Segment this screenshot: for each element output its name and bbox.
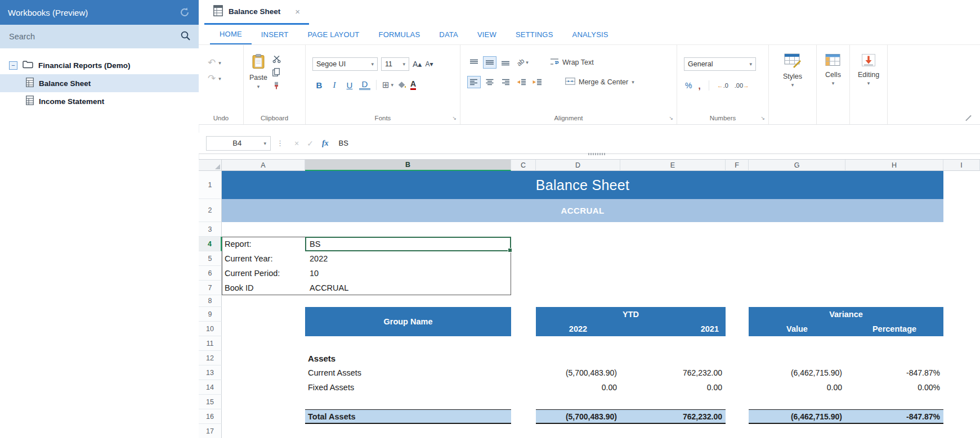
number-format-select[interactable]: General ▾: [684, 57, 756, 71]
decrease-font-icon[interactable]: A▾: [425, 60, 433, 68]
ribbon-tab-settings[interactable]: SETTINGS: [506, 25, 563, 44]
comma-style-icon[interactable]: ,: [698, 81, 700, 91]
book-id-label-cell[interactable]: Book ID: [222, 281, 305, 295]
search-input[interactable]: [8, 31, 180, 42]
numbers-dialog-launcher-icon[interactable]: ↘: [760, 115, 765, 121]
column-header-d[interactable]: D: [536, 160, 620, 171]
data-cell[interactable]: 762,232.00: [620, 365, 726, 380]
current-year-value-cell[interactable]: 2022: [305, 251, 511, 266]
formula-input[interactable]: BS: [339, 139, 348, 147]
redo-button[interactable]: ↷ ▾: [208, 74, 243, 83]
row-header-9[interactable]: 9: [199, 307, 222, 322]
ribbon-tab-analysis[interactable]: ANALYSIS: [563, 25, 618, 44]
report-value-cell[interactable]: BS: [305, 237, 511, 251]
row-header-1[interactable]: 1: [199, 171, 222, 199]
collapse-ribbon-icon[interactable]: [965, 115, 972, 121]
merge-center-button[interactable]: Merge & Center ▾: [565, 77, 634, 87]
search-bar[interactable]: [0, 25, 199, 48]
fonts-dialog-launcher-icon[interactable]: ↘: [452, 115, 457, 121]
row-header-7[interactable]: 7: [199, 281, 222, 295]
row-label-cell[interactable]: Fixed Assets: [305, 380, 511, 395]
borders-button[interactable]: ⊞ ▾: [382, 80, 393, 90]
section-header-cell[interactable]: Assets: [305, 351, 511, 365]
format-painter-icon[interactable]: [272, 82, 281, 90]
column-header-f[interactable]: F: [726, 160, 749, 171]
row-header-16[interactable]: 16: [199, 409, 222, 424]
increase-font-icon[interactable]: A▴: [413, 60, 422, 69]
column-header-g[interactable]: G: [749, 160, 845, 171]
row-header-14[interactable]: 14: [199, 380, 222, 395]
row-header-15[interactable]: 15: [199, 395, 222, 409]
align-bottom-icon[interactable]: [499, 56, 512, 69]
row-header-13[interactable]: 13: [199, 365, 222, 380]
underline-button[interactable]: U: [344, 80, 355, 90]
column-header-c[interactable]: C: [511, 160, 536, 171]
select-all-corner[interactable]: [199, 160, 222, 171]
sheet-title-cell[interactable]: Balance Sheet: [222, 171, 943, 199]
data-cell[interactable]: 0.00: [749, 380, 845, 395]
data-cell[interactable]: -847.87%: [845, 365, 943, 380]
row-header-17[interactable]: 17: [199, 424, 222, 438]
tree-folder-label[interactable]: Financial Reports (Demo): [38, 61, 131, 70]
cancel-entry-icon[interactable]: ×: [294, 139, 299, 148]
decrease-decimal-icon[interactable]: .00→: [735, 82, 749, 89]
align-middle-icon[interactable]: [483, 56, 496, 69]
row-header-12[interactable]: 12: [199, 351, 222, 365]
undo-button[interactable]: ↶ ▾: [208, 58, 243, 67]
tree-item-balance-sheet[interactable]: Balance Sheet: [0, 74, 199, 92]
row-header-8[interactable]: 8: [199, 295, 222, 307]
column-header-b[interactable]: B: [305, 160, 511, 171]
alignment-dialog-launcher-icon[interactable]: ↘: [669, 115, 673, 121]
ribbon-tab-page-layout[interactable]: PAGE LAYOUT: [298, 25, 369, 44]
collapse-icon[interactable]: −: [9, 61, 17, 70]
ribbon-tab-home[interactable]: HOME: [210, 25, 252, 44]
styles-button[interactable]: Styles ▾: [783, 45, 802, 88]
row-header-3[interactable]: 3: [199, 222, 222, 237]
document-tab[interactable]: Balance Sheet ×: [204, 0, 309, 25]
tree-folder-row[interactable]: − Financial Reports (Demo): [0, 56, 199, 74]
decrease-indent-icon[interactable]: [514, 76, 528, 88]
data-cell[interactable]: (5,700,483.90): [536, 365, 620, 380]
row-header-4[interactable]: 4: [199, 237, 222, 251]
book-id-value-cell[interactable]: ACCRUAL: [305, 281, 511, 295]
increase-indent-icon[interactable]: [530, 76, 544, 88]
total-label-cell[interactable]: Total Assets: [305, 409, 511, 424]
ribbon-tab-insert[interactable]: INSERT: [252, 25, 298, 44]
column-header-e[interactable]: E: [620, 160, 726, 171]
align-left-icon[interactable]: [467, 76, 481, 88]
italic-button[interactable]: I: [329, 80, 340, 90]
align-top-icon[interactable]: [467, 56, 481, 69]
sheet-subtitle-cell[interactable]: ACCRUAL: [222, 199, 943, 222]
data-cell[interactable]: 0.00: [536, 380, 620, 395]
tree-item-income-statement[interactable]: Income Statement: [0, 92, 199, 110]
double-underline-button[interactable]: D: [359, 80, 370, 90]
name-box-dropdown-icon[interactable]: ▾: [263, 141, 266, 146]
total-variance-block[interactable]: (6,462,715.90) -847.87%: [749, 409, 943, 424]
column-header-h[interactable]: H: [845, 160, 943, 171]
ribbon-tab-formulas[interactable]: FORMULAS: [369, 25, 429, 44]
total-ytd-block[interactable]: (5,700,483.90) 762,232.00: [536, 409, 726, 424]
cell-name-box[interactable]: B4 ▾: [206, 136, 271, 151]
data-cell[interactable]: 0.00: [620, 380, 726, 395]
current-period-label-cell[interactable]: Current Period:: [222, 266, 305, 281]
current-year-label-cell[interactable]: Current Year:: [222, 251, 305, 266]
copy-icon[interactable]: [272, 68, 281, 76]
row-header-10[interactable]: 10: [199, 322, 222, 336]
row-label-cell[interactable]: Current Assets: [305, 365, 511, 380]
bold-button[interactable]: B: [314, 80, 325, 90]
editing-button[interactable]: Editing ▾: [858, 45, 879, 86]
wrap-text-button[interactable]: Wrap Text: [550, 57, 594, 67]
close-tab-icon[interactable]: ×: [295, 7, 300, 16]
increase-decimal-icon[interactable]: ←.0: [717, 82, 728, 89]
column-header-a[interactable]: A: [222, 160, 305, 171]
font-name-select[interactable]: Segoe UI ▾: [312, 57, 378, 71]
refresh-icon[interactable]: [178, 6, 191, 19]
horizontal-split-handle[interactable]: [588, 153, 606, 155]
data-cell[interactable]: (6,462,715.90): [749, 365, 845, 380]
text-orientation-button[interactable]: ab ▾: [517, 58, 529, 66]
report-label-cell[interactable]: Report:: [222, 237, 305, 251]
search-icon[interactable]: [180, 30, 191, 43]
percent-style-icon[interactable]: %: [685, 81, 692, 90]
group-name-header-cell[interactable]: Group Name: [305, 307, 511, 336]
fill-color-icon[interactable]: [397, 81, 406, 89]
